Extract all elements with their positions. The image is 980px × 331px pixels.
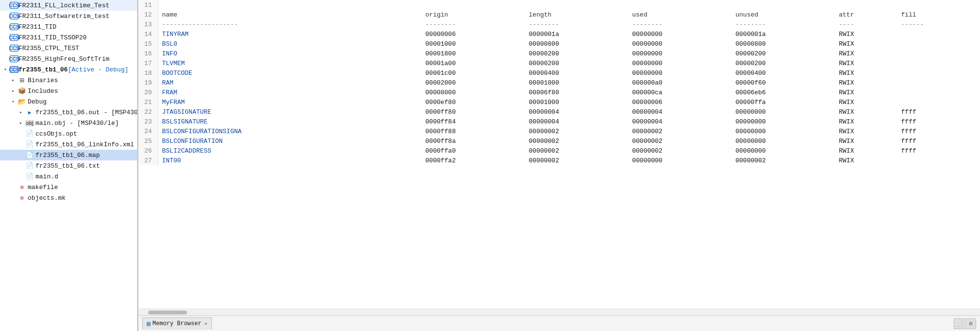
cell-attr: RWIX <box>835 39 897 49</box>
cell-attr: RWIX <box>835 107 897 117</box>
horizontal-scrollbar[interactable] <box>138 309 980 315</box>
table-row: 18BOOTCODE00001c000000040000000000000004… <box>138 68 980 78</box>
cell-length: 00000400 <box>525 68 628 78</box>
cell-unused: 00000002 <box>732 156 835 165</box>
line-number: 21 <box>138 97 158 107</box>
cell-unused: 00000000 <box>732 126 835 136</box>
tree-item-fr2355-txt[interactable]: ▸📄fr2355_tb1_06.txt <box>0 160 137 171</box>
cell-fill <box>897 0 980 10</box>
cell-fill: ffff <box>897 117 980 126</box>
scroll-thumb[interactable] <box>148 311 187 314</box>
tree-item-fr2311-fll[interactable]: ▸CCSFR2311_FLL_locktime_Test <box>0 0 137 11</box>
cell-used: 00000000 <box>628 58 732 68</box>
cell-length: 00000200 <box>525 58 628 68</box>
tree-label: fr2355_tb1_06 <box>18 66 68 73</box>
cell-used: used <box>628 10 732 19</box>
cell-length: 00000004 <box>525 117 628 126</box>
cell-name <box>158 0 422 10</box>
cell-attr: RWIX <box>835 136 897 146</box>
cell-fill <box>897 29 980 39</box>
cell-used: 00000000 <box>628 39 732 49</box>
maximize-view-button[interactable]: ⊡ <box>965 318 976 329</box>
cell-used: 00000002 <box>628 126 732 136</box>
cell-name: RAM <box>158 78 422 87</box>
tree-item-includes[interactable]: ▸📦Includes <box>0 86 137 96</box>
cell-origin: 0000ffa0 <box>422 146 525 156</box>
map-content[interactable]: 1112nameoriginlengthusedunusedattrfill13… <box>138 0 980 309</box>
cell-name: INFO <box>158 49 422 58</box>
cell-attr: RWIX <box>835 49 897 58</box>
cell-attr: RWIX <box>835 87 897 97</box>
tree-item-fr2311-softwaretrim[interactable]: ▸CCSFR2311_Softwaretrim_test <box>0 11 137 21</box>
cell-name: -------------------- <box>158 19 422 29</box>
tree-item-main-obj[interactable]: ▸objmain.obj - [MSP430/le] <box>0 118 137 128</box>
tree-item-fr2355-tb1-06[interactable]: ▾CCSfr2355_tb1_06 [Active - Debug] <box>0 64 137 75</box>
binary-file-icon: ▶ <box>25 108 34 117</box>
line-number: 26 <box>138 146 158 156</box>
tree-item-fr2311-tid[interactable]: ▸CCSFR2311_TID <box>0 21 137 32</box>
cell-fill: ffff <box>897 146 980 156</box>
cell-used: 00000000 <box>628 68 732 78</box>
cell-used: 00000000 <box>628 49 732 58</box>
cell-attr <box>835 0 897 10</box>
tree-item-fr2355-map[interactable]: ▸📄fr2355_tb1_06.map <box>0 150 137 160</box>
cell-name: BSLI2CADDRESS <box>158 146 422 156</box>
cell-unused: unused <box>732 10 835 19</box>
tree-item-binaries[interactable]: ▸⊞Binaries <box>0 75 137 86</box>
tree-item-fr2355-out[interactable]: ▸▶fr2355_tb1_06.out - [MSP430/le] <box>0 107 137 118</box>
cell-origin: 0000ff84 <box>422 117 525 126</box>
cell-name: name <box>158 10 422 19</box>
memory-browser-tab[interactable]: ▤ Memory Browser ✕ <box>142 317 212 330</box>
ccs-icon: CCS <box>10 23 18 30</box>
tree-label: FR2311_FLL_locktime_Test <box>18 2 109 9</box>
cell-origin: 0000ef80 <box>422 97 525 107</box>
cell-fill <box>897 156 980 165</box>
tree-item-debug[interactable]: ▾📂Debug <box>0 96 137 107</box>
table-row: 16INFO00001800000002000000000000000200RW… <box>138 49 980 58</box>
ccs-icon: CCS <box>10 55 18 62</box>
tree-item-fr2355-linkinfo[interactable]: ▸📄fr2355_tb1_06_linkInfo.xml <box>0 139 137 150</box>
cell-attr: RWIX <box>835 156 897 165</box>
makefile-icon: ⚙ <box>17 193 26 202</box>
cell-name: JTAGSIGNATURE <box>158 107 422 117</box>
cell-name: TLVMEM <box>158 58 422 68</box>
cell-attr: RWIX <box>835 58 897 68</box>
tree-item-main-d[interactable]: ▸📄main.d <box>0 171 137 182</box>
close-tab-button[interactable]: ✕ <box>205 321 207 327</box>
tree-item-makefile[interactable]: ▸⚙makefile <box>0 182 137 192</box>
tree-item-ccsobjs-opt[interactable]: ▸📄ccsObjs.opt <box>0 128 137 139</box>
ccs-icon: CCS <box>10 45 18 52</box>
cell-unused: 00006eb6 <box>732 87 835 97</box>
tree-label: Includes <box>28 87 58 95</box>
table-row: 19RAM0000200000001000000000a000000f60RWI… <box>138 78 980 87</box>
cell-length: 00000004 <box>525 107 628 117</box>
cell-length: 00000800 <box>525 39 628 49</box>
tree-label: FR2311_TID_TSSOP20 <box>18 34 86 41</box>
tree-label: Debug <box>28 98 47 105</box>
tree-label: main.d <box>35 173 58 180</box>
cell-unused: 00000f60 <box>732 78 835 87</box>
table-row: 12nameoriginlengthusedunusedattrfill <box>138 10 980 19</box>
tree-label: fr2355_tb1_06.map <box>35 152 100 159</box>
cell-name: TINYRAM <box>158 29 422 39</box>
cell-attr: RWIX <box>835 117 897 126</box>
cell-length: 0000001a <box>525 29 628 39</box>
tree-label: FR2355_HighFreq_SoftTrim <box>18 55 109 63</box>
tree-item-fr2355-highfreq[interactable]: ▸CCSFR2355_HighFreq_SoftTrim <box>0 53 137 64</box>
cell-unused: 00000800 <box>732 39 835 49</box>
map-table: 1112nameoriginlengthusedunusedattrfill13… <box>138 0 980 165</box>
line-number: 14 <box>138 29 158 39</box>
table-row: 14TINYRAM000000060000001a000000000000001… <box>138 29 980 39</box>
cell-name: BSLCONFIGURATION <box>158 136 422 146</box>
tree-label: fr2355_tb1_06_linkInfo.xml <box>35 141 134 148</box>
tree-item-fr2355-ctpl[interactable]: ▸CCSFR2355_CTPL_TEST <box>0 43 137 53</box>
file-icon: 📄 <box>25 140 34 149</box>
tree-item-fr2311-tid-tssop[interactable]: ▸CCSFR2311_TID_TSSOP20 <box>0 32 137 43</box>
minimize-view-button[interactable]: ⬜ <box>954 318 964 329</box>
chevron-closed-icon: ▸ <box>17 109 24 116</box>
cell-length: -------- <box>525 19 628 29</box>
tree-label: Binaries <box>28 77 58 84</box>
includes-icon: 📦 <box>17 87 26 95</box>
tree-item-objects-mk[interactable]: ▸⚙objects.mk <box>0 192 137 203</box>
cell-attr: attr <box>835 10 897 19</box>
